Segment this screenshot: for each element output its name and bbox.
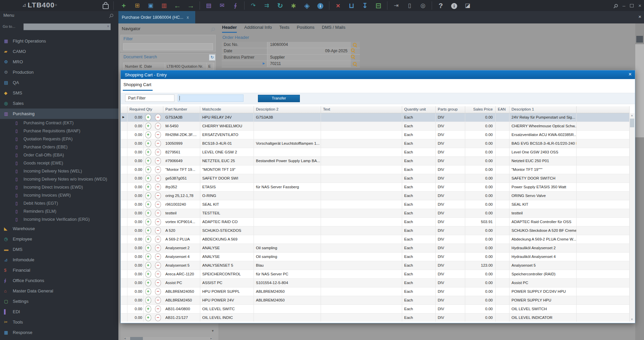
text-cell[interactable] [321, 113, 402, 122]
sales-price-cell[interactable]: 0.00 [465, 122, 496, 130]
description-2-cell[interactable] [254, 192, 321, 200]
sidebar-item-edi[interactable]: ▌ EDI [0, 307, 118, 317]
column-description-2[interactable]: Description 2 [254, 106, 321, 113]
description-1-cell[interactable]: Assist PC [509, 279, 577, 287]
plus-icon[interactable]: + [145, 140, 151, 147]
ean-cell[interactable] [496, 235, 509, 244]
sidebar-item-qa[interactable]: ▤ QA [0, 77, 118, 88]
minus-icon[interactable]: − [155, 201, 161, 208]
parts-group-cell[interactable]: DIV [436, 157, 465, 165]
matchcode-cell[interactable]: "MONTOR TFT 19" [200, 165, 254, 174]
text-cell[interactable] [321, 226, 402, 235]
parts-group-cell[interactable]: DIV [436, 226, 465, 235]
help-icon[interactable]: ? [434, 0, 447, 11]
sidebar-item-reminders[interactable]: ▯ Reminders (ELM) [0, 207, 118, 215]
sidebar-item-purchasing-contract[interactable]: ▯ Purchasing Contract (EKT) [0, 119, 118, 127]
part-number-cell[interactable]: r961003240 [163, 200, 200, 209]
scroll-right-icon[interactable] [210, 337, 212, 340]
parts-group-cell[interactable]: DIV [436, 261, 465, 270]
parts-group-cell[interactable]: DIV [436, 279, 465, 287]
part-number-cell[interactable]: Analysenset 4 [163, 253, 200, 261]
tab-dms-mails[interactable]: DMS / Mails [322, 25, 345, 33]
column-description-1[interactable]: Description 1 [509, 106, 577, 113]
cart-row[interactable]: 0.00 + − ge5387g051 SAFETY DOOR SWI Each… [121, 174, 630, 183]
sidebar-item-order-call-offs[interactable]: ▯ Order Call-Offs (EBA) [0, 151, 118, 159]
tab-shopping-cart[interactable]: Shopping Cart [123, 82, 153, 91]
quantity-unit-cell[interactable]: Each [402, 139, 436, 148]
search-icon[interactable] [351, 55, 355, 58]
sales-price-cell[interactable]: 0.00 [465, 165, 496, 174]
required-qty-cell[interactable]: 0.00 [127, 270, 144, 278]
sales-price-cell[interactable]: 0.00 [465, 253, 496, 261]
column-sales-price[interactable]: Sales Price [465, 106, 496, 113]
description-2-cell[interactable] [254, 165, 321, 174]
ean-cell[interactable] [496, 270, 509, 278]
column-ean[interactable]: EAN [496, 106, 509, 113]
ean-cell[interactable] [496, 218, 509, 226]
column-matchcode[interactable]: Matchcode [200, 106, 254, 113]
description-2-cell[interactable]: für NAS Server PC [254, 270, 321, 278]
quantity-unit-cell[interactable]: Each [402, 305, 436, 313]
part-number-cell[interactable]: 8279561 [163, 148, 200, 156]
sales-price-cell[interactable]: 0.00 [465, 296, 496, 304]
quantity-unit-cell[interactable]: Each [402, 218, 436, 226]
sidebar-item-office-functions[interactable]: ∮ Office Functions [0, 275, 118, 286]
search-icon[interactable] [351, 48, 355, 52]
description-1-cell[interactable]: Level One GSW 2493 OSS [509, 148, 577, 156]
minus-icon[interactable]: − [155, 157, 161, 164]
document-search-column[interactable]: Date [143, 63, 165, 70]
required-qty-cell[interactable]: 0.00 [127, 218, 144, 226]
tab-additional-info[interactable]: Additional Info [244, 25, 272, 33]
hscroll-thumb[interactable] [130, 337, 143, 340]
description-2-cell[interactable] [254, 122, 321, 130]
part-number-cell[interactable]: ABL8REM2450 [163, 296, 200, 304]
scroll-up-icon[interactable] [631, 114, 633, 117]
sidebar-item-infomodule[interactable]: ⊿ Infomodule [0, 255, 118, 265]
refresh-icon[interactable]: ↻ [273, 0, 287, 11]
text-cell[interactable] [321, 270, 402, 278]
quantity-unit-cell[interactable]: Each [402, 157, 436, 165]
search-icon[interactable] [353, 43, 357, 47]
description-2-cell[interactable]: G7S3A3B [254, 113, 321, 122]
plus-icon[interactable]: + [145, 236, 151, 243]
required-qty-cell[interactable]: 0.00 [127, 113, 144, 122]
description-2-cell[interactable] [254, 131, 321, 139]
edi-export-icon[interactable]: ⇥ [389, 0, 403, 11]
description-2-cell[interactable]: ABL8REM24050 [254, 287, 321, 296]
dialog-close-icon[interactable]: × [629, 71, 632, 77]
sales-price-cell[interactable]: 123.00 [465, 261, 496, 270]
ean-cell[interactable] [496, 139, 509, 148]
row-selector-cell[interactable] [121, 235, 127, 244]
cart-row[interactable]: 0.00 + − ABL8REM24050 HPU POWER SUPPL AB… [121, 287, 630, 296]
sidebar-item-sales[interactable]: ◎ Sales [0, 98, 118, 109]
required-qty-cell[interactable]: 0.00 [127, 287, 144, 296]
sidebar-item-employee[interactable]: ◷ Employee [0, 234, 118, 244]
row-selector-cell[interactable] [121, 296, 127, 304]
parts-group-cell[interactable]: DIV [436, 200, 465, 209]
column-part-number[interactable]: Part Number [163, 106, 200, 113]
ean-cell[interactable] [496, 131, 509, 139]
tab-positions[interactable]: Positions [297, 25, 315, 33]
text-cell[interactable] [321, 174, 402, 183]
quantity-unit-cell[interactable]: Each [402, 287, 436, 296]
ean-cell[interactable] [496, 244, 509, 252]
cart-row[interactable]: 0.00 + − A 569-2 PLUA ABDECKUNG A 569 Ea… [121, 235, 630, 244]
dialog-title-bar[interactable]: Shopping Cart - Entry × [121, 70, 635, 79]
field-value[interactable]: 09-Apr-2025 [267, 48, 351, 54]
sales-price-cell[interactable]: 0.00 [465, 287, 496, 296]
matchcode-cell[interactable]: NETZTEIL EUC 25 [200, 157, 254, 165]
copy-icon[interactable]: ⊞ [130, 0, 144, 11]
field-value[interactable]: Supplier [267, 55, 351, 61]
sidebar-item-tools[interactable]: ✂ Tools [0, 317, 118, 327]
quantity-unit-cell[interactable]: Each [402, 261, 436, 270]
row-selector-cell[interactable] [121, 305, 127, 313]
cart-row[interactable]: 0.00 + − Analysenset 4 ANALYSE Oil sampl… [121, 253, 630, 261]
ean-cell[interactable] [496, 174, 509, 183]
part-number-cell[interactable]: RH28M-2DK.3F.... [163, 131, 200, 139]
parts-group-cell[interactable]: DIV [436, 305, 465, 313]
text-cell[interactable] [321, 200, 402, 209]
mail-icon[interactable]: ✉ [215, 0, 229, 11]
row-selector-cell[interactable] [121, 314, 127, 322]
plus-icon[interactable]: + [145, 166, 151, 173]
description-1-cell[interactable]: Abdeckung A 569-2 PLUA Creme W... [509, 235, 577, 244]
